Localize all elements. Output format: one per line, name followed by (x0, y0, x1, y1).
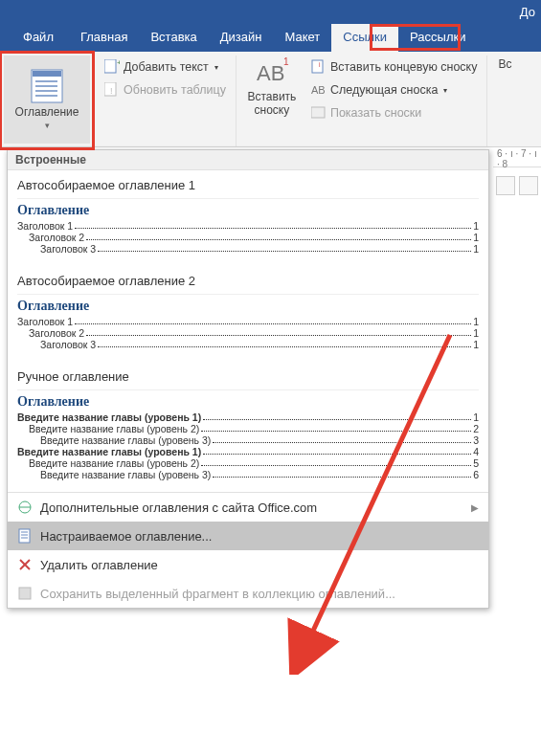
gallery-preview: Оглавление Заголовок 11Заголовок 21Загол… (17, 198, 479, 255)
chevron-down-icon: ▾ (214, 63, 218, 72)
tab-insert[interactable]: Вставка (139, 24, 208, 52)
toc-button[interactable]: Оглавление ▾ (4, 56, 90, 144)
action-label: Удалить оглавление (40, 558, 158, 572)
show-notes-button[interactable]: Показать сноски (307, 103, 482, 122)
tab-home[interactable]: Главная (69, 24, 139, 52)
group-toc: Оглавление ▾ (4, 56, 95, 146)
svg-text:1: 1 (283, 56, 289, 67)
add-text-button[interactable]: + Добавить текст ▾ (101, 57, 230, 77)
update-table-icon: ! (104, 82, 120, 98)
preview-title: Оглавление (17, 299, 479, 314)
next-footnote-icon: AB (311, 82, 327, 98)
svg-rect-1 (33, 71, 61, 77)
tab-design[interactable]: Дизайн (209, 24, 274, 52)
preview-row: Заголовок 21 (17, 232, 479, 243)
add-text-label: Добавить текст (124, 60, 209, 74)
preview-row: Введите название главы (уровень 1)4 (17, 446, 479, 457)
preview-row: Введите название главы (уровень 3)6 (17, 469, 479, 480)
tab-file[interactable]: Файл (8, 24, 69, 52)
update-table-button[interactable]: ! Обновить таблицу (101, 80, 230, 100)
endnote-icon: i (311, 59, 327, 75)
preview-row: Заголовок 11 (17, 220, 479, 232)
insert-endnote-label: Вставить концевую сноску (330, 60, 478, 74)
group-cutoff: Вс (487, 56, 522, 146)
titlebar: До (0, 0, 541, 24)
toc-icon (17, 528, 33, 544)
gallery-preview: Оглавление Заголовок 11Заголовок 21Загол… (17, 294, 479, 350)
tab-mailings[interactable]: Рассылки (398, 24, 477, 52)
preview-title: Оглавление (17, 203, 479, 218)
svg-rect-18 (19, 529, 30, 543)
toc-button-label: Оглавление (15, 105, 79, 119)
show-notes-icon (311, 105, 327, 121)
group-footnotes: AB 1 Вставитьсноску i Вставить концевую … (237, 56, 488, 146)
action-label: Сохранить выделенный фрагмент в коллекци… (40, 587, 395, 601)
preview-row: Введите название главы (уровень 2)5 (17, 457, 479, 469)
update-table-label: Обновить таблицу (124, 83, 226, 97)
action-label: Дополнительные оглавления с сайта Office… (40, 500, 317, 515)
svg-rect-24 (19, 588, 31, 599)
toc-icon (31, 69, 63, 103)
tab-layout[interactable]: Макет (273, 24, 331, 52)
save-icon (17, 586, 33, 601)
save-selection-action: Сохранить выделенный фрагмент в коллекци… (8, 579, 488, 608)
more-from-office-action[interactable]: Дополнительные оглавления с сайта Office… (8, 493, 488, 522)
remove-toc-action[interactable]: Удалить оглавление (8, 550, 488, 579)
svg-text:AB: AB (311, 84, 326, 96)
next-footnote-label: Следующая сноска (330, 83, 438, 97)
preview-row: Заголовок 21 (17, 327, 479, 339)
view-icon[interactable] (496, 176, 515, 195)
insert-footnote-button[interactable]: AB 1 Вставитьсноску (242, 56, 302, 122)
view-icon[interactable] (519, 176, 538, 195)
toc-dropdown: Встроенные Автособираемое оглавление 1 О… (7, 149, 489, 609)
gallery-item-name: Ручное оглавление (17, 369, 479, 384)
svg-rect-15 (311, 107, 325, 118)
preview-row: Заголовок 11 (17, 316, 479, 327)
preview-row: Введите название главы (уровень 1)1 (17, 411, 479, 423)
preview-title: Оглавление (17, 394, 479, 410)
tab-references[interactable]: Ссылки (331, 24, 398, 52)
svg-text:AB: AB (257, 61, 284, 85)
toc-gallery-manual[interactable]: Ручное оглавление Оглавление Введите наз… (8, 362, 488, 492)
gallery-item-name: Автособираемое оглавление 2 (17, 274, 479, 288)
gallery-item-name: Автособираемое оглавление 1 (17, 178, 479, 192)
insert-footnote-label2: сноску (255, 103, 290, 117)
insert-citation-label: Вс (498, 57, 511, 71)
custom-toc-action[interactable]: Настраиваемое оглавление... (8, 522, 488, 550)
remove-icon (17, 557, 33, 572)
action-label: Настраиваемое оглавление... (40, 529, 212, 544)
add-text-icon: + (104, 59, 120, 75)
chevron-right-icon: ▶ (471, 502, 479, 513)
svg-rect-6 (104, 59, 116, 73)
insert-footnote-label1: Вставить (247, 90, 296, 103)
svg-text:+: + (117, 59, 120, 67)
dropdown-section-builtin: Встроенные (8, 150, 488, 170)
svg-text:!: ! (110, 86, 113, 96)
toc-gallery-auto2[interactable]: Автособираемое оглавление 2 Оглавление З… (8, 266, 488, 362)
preview-row: Введите название главы (уровень 3)3 (17, 434, 479, 446)
view-buttons (493, 176, 541, 214)
preview-row: Заголовок 31 (17, 243, 479, 255)
preview-row: Заголовок 31 (17, 339, 479, 350)
preview-row: Введите название главы (уровень 2)2 (17, 423, 479, 434)
svg-rect-12 (312, 60, 323, 73)
gallery-preview: Оглавление Введите название главы (урове… (17, 389, 479, 480)
next-footnote-button[interactable]: AB Следующая сноска ▾ (307, 80, 482, 100)
ribbon-tabs: Файл Главная Вставка Дизайн Макет Ссылки… (0, 24, 541, 52)
chevron-down-icon: ▾ (443, 86, 447, 95)
globe-icon (17, 500, 33, 515)
horizontal-ruler: 6 · ı · 7 · ı · 8 (493, 150, 541, 167)
doc-title-hint: До (520, 5, 535, 19)
group-toc-extra: + Добавить текст ▾ ! Обновить таблицу (95, 56, 237, 146)
insert-footnote-icon: AB 1 (255, 56, 289, 88)
toc-gallery-auto1[interactable]: Автособираемое оглавление 1 Оглавление З… (8, 170, 488, 266)
chevron-down-icon: ▾ (45, 121, 50, 130)
show-notes-label: Показать сноски (330, 106, 421, 120)
ribbon: Оглавление ▾ + Добавить текст ▾ ! Обнови… (0, 52, 541, 147)
insert-citation-button[interactable]: Вс (493, 56, 516, 71)
insert-endnote-button[interactable]: i Вставить концевую сноску (307, 57, 482, 77)
